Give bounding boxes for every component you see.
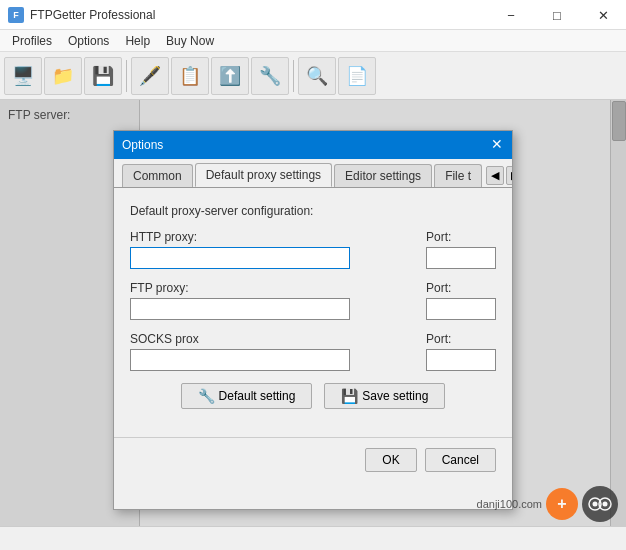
menu-profiles[interactable]: Profiles xyxy=(4,31,60,51)
http-port-input[interactable] xyxy=(426,247,496,269)
http-proxy-row: HTTP proxy: Port: xyxy=(130,230,496,269)
toolbar-btn-9[interactable]: 📄 xyxy=(338,57,376,95)
tab-nav-prev[interactable]: ◀ xyxy=(486,166,504,185)
app-title: FTPGetter Professional xyxy=(30,8,155,22)
section-title: Default proxy-server configuration: xyxy=(130,204,496,218)
ok-label: OK xyxy=(382,453,399,467)
ftp-port-input[interactable] xyxy=(426,298,496,320)
toolbar-btn-8[interactable]: 🔍 xyxy=(298,57,336,95)
http-port-label: Port: xyxy=(426,230,496,244)
toolbar-btn-4[interactable]: 🖋️ xyxy=(131,57,169,95)
dialog-action-buttons: 🔧 Default setting 💾 Save setting xyxy=(130,383,496,409)
save-setting-icon: 💾 xyxy=(341,388,358,404)
tab-nav-next[interactable]: ▶ xyxy=(506,166,512,185)
window-controls: − □ ✕ xyxy=(488,0,626,30)
cancel-button[interactable]: Cancel xyxy=(425,448,496,472)
dialog-bottom-buttons: OK Cancel xyxy=(114,437,512,482)
ftp-proxy-label: FTP proxy: xyxy=(130,281,414,295)
svg-point-3 xyxy=(603,502,608,507)
dialog-close-button[interactable]: ✕ xyxy=(486,133,508,155)
toolbar-sep-2 xyxy=(293,60,294,92)
cancel-label: Cancel xyxy=(442,453,479,467)
toolbar-btn-7[interactable]: 🔧 xyxy=(251,57,289,95)
socks-port-input[interactable] xyxy=(426,349,496,371)
toolbar-btn-6[interactable]: ⬆️ xyxy=(211,57,249,95)
menu-buy-now[interactable]: Buy Now xyxy=(158,31,222,51)
socks-proxy-group: SOCKS prox xyxy=(130,332,414,371)
status-bar xyxy=(0,526,626,550)
watermark-site: danji100.com xyxy=(477,498,542,510)
default-setting-button[interactable]: 🔧 Default setting xyxy=(181,383,313,409)
toolbar-btn-2[interactable]: 📁 xyxy=(44,57,82,95)
save-setting-button[interactable]: 💾 Save setting xyxy=(324,383,445,409)
http-proxy-label: HTTP proxy: xyxy=(130,230,414,244)
socks-proxy-label: SOCKS prox xyxy=(130,332,414,346)
modal-overlay: Options ✕ Common Default proxy settings … xyxy=(0,100,626,526)
ftp-proxy-group: FTP proxy: xyxy=(130,281,414,320)
tab-editor[interactable]: Editor settings xyxy=(334,164,432,187)
dialog-title: Options xyxy=(122,138,163,152)
socks-port-label: Port: xyxy=(426,332,496,346)
http-proxy-group: HTTP proxy: xyxy=(130,230,414,269)
main-area: FTP server: Options ✕ Common Default pro… xyxy=(0,100,626,526)
ftp-port-group: Port: xyxy=(426,281,496,320)
tab-default-proxy[interactable]: Default proxy settings xyxy=(195,163,332,187)
svg-point-1 xyxy=(593,502,598,507)
tab-bar: Common Default proxy settings Editor set… xyxy=(114,159,512,188)
menu-options[interactable]: Options xyxy=(60,31,117,51)
minimize-button[interactable]: − xyxy=(488,0,534,30)
save-setting-label: Save setting xyxy=(362,389,428,403)
close-button[interactable]: ✕ xyxy=(580,0,626,30)
default-setting-label: Default setting xyxy=(219,389,296,403)
app-icon: F xyxy=(8,7,24,23)
dialog-title-bar: Options ✕ xyxy=(114,131,512,159)
menu-bar: Profiles Options Help Buy Now xyxy=(0,30,626,52)
toolbar-btn-3[interactable]: 💾 xyxy=(84,57,122,95)
tab-common[interactable]: Common xyxy=(122,164,193,187)
ftp-proxy-input[interactable] xyxy=(130,298,350,320)
dialog-content: Default proxy-server configuration: HTTP… xyxy=(114,188,512,429)
toolbar: 🖥️ 📁 💾 🖋️ 📋 ⬆️ 🔧 🔍 📄 xyxy=(0,52,626,100)
default-setting-icon: 🔧 xyxy=(198,388,215,404)
tab-file-t[interactable]: File t xyxy=(434,164,482,187)
ftp-port-label: Port: xyxy=(426,281,496,295)
http-port-group: Port: xyxy=(426,230,496,269)
ok-button[interactable]: OK xyxy=(365,448,416,472)
watermark: danji100.com + xyxy=(477,486,618,522)
options-dialog: Options ✕ Common Default proxy settings … xyxy=(113,130,513,510)
toolbar-sep-1 xyxy=(126,60,127,92)
socks-proxy-row: SOCKS prox Port: xyxy=(130,332,496,371)
http-proxy-input[interactable] xyxy=(130,247,350,269)
socks-port-group: Port: xyxy=(426,332,496,371)
toolbar-btn-5[interactable]: 📋 xyxy=(171,57,209,95)
socks-proxy-input[interactable] xyxy=(130,349,350,371)
ftp-proxy-row: FTP proxy: Port: xyxy=(130,281,496,320)
menu-help[interactable]: Help xyxy=(117,31,158,51)
watermark-icon1: + xyxy=(546,488,578,520)
toolbar-btn-1[interactable]: 🖥️ xyxy=(4,57,42,95)
title-bar: F FTPGetter Professional − □ ✕ xyxy=(0,0,626,30)
maximize-button[interactable]: □ xyxy=(534,0,580,30)
watermark-icon2 xyxy=(582,486,618,522)
